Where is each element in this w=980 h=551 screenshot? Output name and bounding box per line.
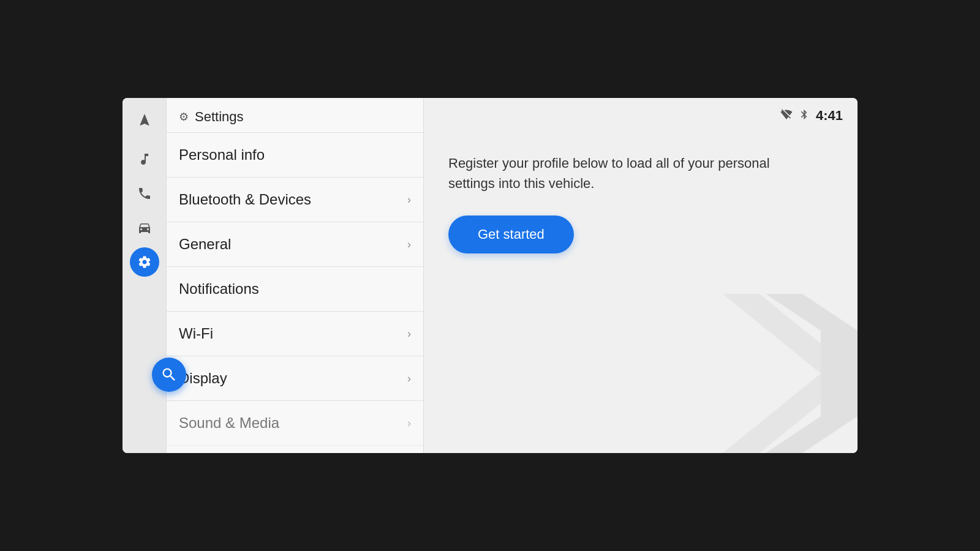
- bluetooth-status-icon: [799, 108, 810, 123]
- sidebar-item-car[interactable]: [130, 213, 159, 242]
- nav-item-bluetooth[interactable]: Bluetooth & Devices ›: [167, 178, 423, 222]
- sound-media-label: Sound & Media: [179, 414, 279, 432]
- nav-item-general[interactable]: General ›: [167, 222, 423, 267]
- general-chevron: ›: [407, 238, 411, 251]
- content-description: Register your profile below to load all …: [448, 153, 804, 193]
- nav-item-wifi[interactable]: Wi-Fi ›: [167, 312, 423, 356]
- content-area: 4:41 Register your profile below to load…: [424, 98, 858, 453]
- wifi-chevron: ›: [407, 328, 411, 340]
- notifications-label: Notifications: [179, 280, 259, 298]
- main-screen: ⚙ Settings Personal info Bluetooth & Dev…: [123, 98, 858, 453]
- wifi-label: Wi-Fi: [179, 325, 213, 342]
- search-icon: [160, 366, 178, 383]
- sound-media-chevron: ›: [407, 417, 411, 430]
- general-label: General: [179, 236, 231, 253]
- sidebar-item-music[interactable]: [130, 144, 159, 174]
- nav-header: ⚙ Settings: [167, 98, 423, 133]
- search-fab-button[interactable]: [152, 358, 186, 392]
- sidebar-item-navigation[interactable]: [130, 105, 159, 135]
- wifi-off-icon: [780, 108, 793, 123]
- get-started-button[interactable]: Get started: [448, 216, 574, 253]
- nav-menu: ⚙ Settings Personal info Bluetooth & Dev…: [167, 98, 424, 453]
- nav-item-notifications[interactable]: Notifications: [167, 267, 423, 312]
- display-chevron: ›: [407, 372, 411, 385]
- settings-title: Settings: [195, 109, 244, 125]
- decorative-chevron: [723, 294, 858, 453]
- nav-item-personal-info[interactable]: Personal info: [167, 133, 423, 178]
- bluetooth-label: Bluetooth & Devices: [179, 191, 311, 208]
- status-bar: 4:41: [780, 108, 843, 124]
- nav-item-display[interactable]: Display ›: [167, 356, 423, 401]
- personal-info-label: Personal info: [179, 146, 265, 163]
- sidebar-item-phone[interactable]: [130, 179, 159, 208]
- nav-item-sound-media[interactable]: Sound & Media ›: [167, 401, 423, 446]
- settings-header-icon: ⚙: [179, 110, 189, 124]
- sidebar-item-settings[interactable]: [130, 247, 159, 277]
- status-time: 4:41: [816, 108, 843, 124]
- bluetooth-chevron: ›: [407, 193, 411, 206]
- sidebar: [123, 98, 167, 453]
